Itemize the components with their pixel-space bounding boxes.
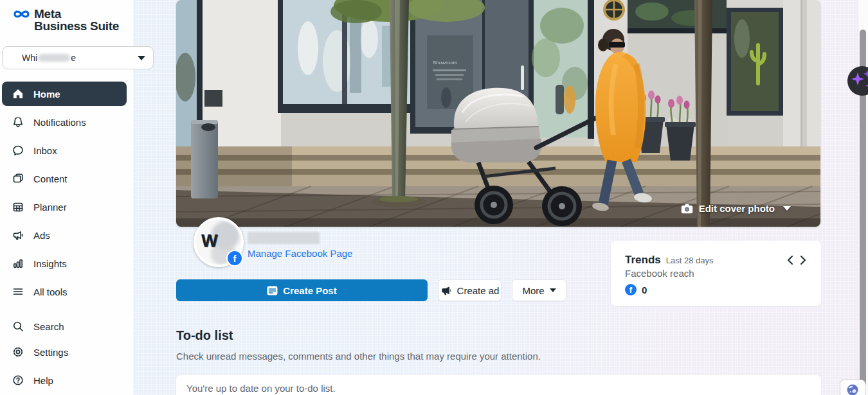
trends-card: Trends Last 28 days Facebook reach f 0 (611, 241, 821, 306)
search-icon (12, 320, 24, 333)
chat-bubble-icon (12, 144, 24, 157)
more-label: More (522, 285, 544, 296)
manage-facebook-page-link[interactable]: Manage Facebook Page (248, 248, 352, 259)
sidebar-item-help[interactable]: Help (2, 368, 127, 392)
showroom-sign-text: Showroom (433, 60, 458, 66)
business-name-prefix: Whi (22, 53, 37, 63)
bell-icon (12, 116, 24, 128)
megaphone-icon (12, 229, 24, 241)
sidebar-item-settings[interactable]: Settings (2, 340, 127, 364)
sidebar-item-insights[interactable]: Insights (2, 251, 127, 276)
sidebar-item-label: All tools (33, 286, 68, 297)
home-icon (12, 87, 24, 100)
cover-photo-scene: Showroom (176, 0, 820, 227)
sidebar-item-label: Insights (33, 258, 67, 269)
megaphone-icon (440, 285, 452, 295)
brand-line2: Business Suite (34, 20, 119, 32)
edit-cover-photo-button[interactable]: Edit cover photo (681, 203, 791, 214)
sidebar-item-notifications[interactable]: Notifications (2, 110, 127, 134)
todo-empty-message: You're up to date on your to-do list. (186, 383, 336, 394)
sidebar-item-label: Planner (33, 202, 67, 213)
facebook-badge-icon: f (226, 250, 243, 267)
chevron-down-icon (783, 206, 791, 211)
chevron-right-icon[interactable] (800, 255, 807, 265)
planner-icon (12, 200, 24, 213)
business-name-blurred (38, 54, 70, 62)
create-post-label: Create Post (283, 285, 336, 296)
sidebar-item-label: Search (33, 321, 64, 332)
trends-period: Last 28 days (666, 256, 714, 265)
sidebar-item-ads[interactable]: Ads (2, 223, 127, 247)
sidebar-item-label: Inbox (33, 145, 57, 156)
sidebar-item-label: Ads (33, 230, 50, 241)
todo-empty-card: You're up to date on your to-do list. (176, 375, 821, 395)
brand-logo: Meta Business Suite (13, 8, 119, 32)
sidebar-item-inbox[interactable]: Inbox (2, 138, 127, 162)
sidebar-item-planner[interactable]: Planner (2, 195, 127, 219)
edit-cover-photo-label: Edit cover photo (699, 203, 775, 214)
avatar-letter: W (201, 231, 217, 251)
sidebar-item-home[interactable]: Home (2, 82, 127, 106)
sidebar-item-label: Notifications (33, 117, 86, 128)
todo-list-description: Check unread messages, comments and othe… (176, 351, 541, 362)
camera-icon (681, 204, 693, 214)
chevron-down-icon (550, 288, 556, 292)
business-switcher[interactable]: Whi e (2, 46, 154, 69)
all-tools-icon (12, 285, 24, 298)
post-icon (267, 286, 278, 295)
globe-icon (846, 383, 859, 395)
cover-photo: Showroom (176, 0, 820, 227)
more-button[interactable]: More (512, 279, 566, 301)
trash-bin (191, 120, 218, 198)
facebook-icon: f (625, 284, 637, 295)
insights-icon (12, 257, 24, 270)
sidebar-item-label: Content (33, 173, 68, 184)
sidebar-item-label: Settings (33, 347, 68, 358)
trends-title: Trends (625, 254, 661, 267)
sidebar-item-label: Home (33, 89, 60, 100)
trends-metric-label: Facebook reach (625, 268, 807, 279)
ai-assistant-button[interactable] (847, 66, 868, 96)
sparkle-icon (847, 66, 868, 96)
facebook-reach-value: 0 (642, 285, 647, 295)
create-ad-button[interactable]: Create ad (438, 279, 502, 301)
todo-list-heading: To-do list (176, 328, 233, 343)
sidebar: Meta Business Suite Whi e Home Notificat… (0, 0, 133, 395)
create-post-button[interactable]: Create Post (176, 279, 428, 301)
tree-trunk-right (694, 0, 712, 227)
chevron-left-icon[interactable] (786, 255, 793, 265)
meta-business-suite-window: Meta Business Suite Whi e Home Notificat… (0, 0, 868, 395)
meta-infinity-icon (13, 8, 31, 21)
sidebar-item-content[interactable]: Content (2, 166, 127, 191)
create-ad-label: Create ad (457, 285, 500, 296)
sidebar-item-all-tools[interactable]: All tools (2, 279, 127, 304)
gear-icon (12, 346, 24, 358)
page-avatar[interactable]: W f (194, 217, 244, 267)
sidebar-item-search[interactable]: Search (2, 314, 127, 338)
sidebar-item-label: Help (33, 375, 53, 386)
chevron-down-icon (138, 56, 145, 60)
translate-globe-button[interactable] (840, 380, 865, 395)
business-name-suffix: e (71, 53, 76, 63)
content-icon (12, 172, 24, 185)
brand-line1: Meta (34, 8, 119, 20)
page-name-blurred (248, 232, 320, 244)
help-icon (12, 374, 24, 387)
